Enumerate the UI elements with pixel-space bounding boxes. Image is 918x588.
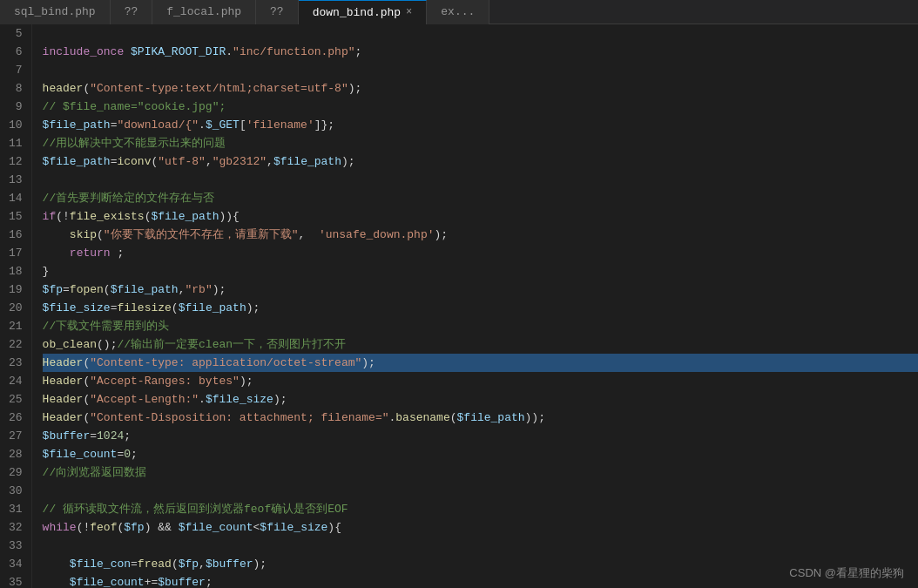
code-line-15: if(!file_exists($file_path)){ (43, 207, 918, 226)
code-line-31: // 循环读取文件流，然后返回到浏览器feof确认是否到EOF (43, 500, 918, 518)
line-num: 7 (9, 61, 23, 79)
code-line-16: skip("你要下载的文件不存在，请重新下载", 'unsafe_down.ph… (43, 226, 918, 244)
code-line-12: $file_path=iconv("utf-8","gb2312",$file_… (43, 152, 918, 171)
line-num: 22 (9, 335, 23, 354)
code-line-33 (43, 537, 918, 555)
tab-ex[interactable]: ex... (427, 0, 489, 24)
line-num: 11 (9, 134, 23, 152)
line-num: 9 (9, 98, 23, 116)
code-line-17: return ; (43, 244, 918, 262)
line-num: 15 (9, 207, 23, 226)
line-num: 29 (9, 463, 23, 482)
code-line-19: $fp=fopen($file_path,"rb"); (43, 280, 918, 299)
code-line-23: Header("Content-type: application/octet-… (43, 354, 918, 372)
tab-down-bind[interactable]: down_bind.php × (299, 0, 428, 24)
code-line-8: header("Content-type:text/html;charset=u… (43, 79, 918, 98)
tab-bar: sql_bind.php ?? f_local.php ?? down_bind… (0, 0, 918, 24)
code-line-22: ob_clean();//输出前一定要clean一下，否则图片打不开 (43, 335, 918, 354)
line-num: 35 (9, 573, 23, 588)
line-num: 26 (9, 409, 23, 427)
code-line-30 (43, 482, 918, 500)
code-line-29: //向浏览器返回数据 (43, 463, 918, 482)
code-line-25: Header("Accept-Length:".$file_size); (43, 390, 918, 409)
code-line-32: while(!feof($fp) && $file_count<$file_si… (43, 518, 918, 537)
code-area: 5 6 7 8 9 10 11 12 13 14 15 16 17 18 19 … (0, 24, 918, 588)
line-num: 12 (9, 152, 23, 171)
tab-sql-bind[interactable]: sql_bind.php (0, 0, 111, 24)
line-num: 25 (9, 390, 23, 409)
tab-unknown2[interactable]: ?? (256, 0, 299, 24)
code-line-5 (43, 24, 918, 43)
code-line-21: //下载文件需要用到的头 (43, 317, 918, 335)
line-num: 33 (9, 537, 23, 555)
code-line-35: $file_count+=$buffer; (43, 573, 918, 588)
line-numbers: 5 6 7 8 9 10 11 12 13 14 15 16 17 18 19 … (0, 24, 32, 588)
tab-unknown1[interactable]: ?? (111, 0, 153, 24)
line-num: 21 (9, 317, 23, 335)
line-num: 31 (9, 500, 23, 518)
code-line-11: //用以解决中文不能显示出来的问题 (43, 134, 918, 152)
tab-label: ex... (441, 5, 475, 18)
line-num: 10 (9, 116, 23, 134)
code-line-18: } (43, 262, 918, 280)
line-num: 20 (9, 299, 23, 317)
tab-label: f_local.php (166, 5, 241, 18)
code-line-7 (43, 61, 918, 79)
editor: sql_bind.php ?? f_local.php ?? down_bind… (0, 0, 918, 588)
tab-close-icon[interactable]: × (406, 6, 412, 18)
code-line-6: include_once $PIKA_ROOT_DIR."inc/functio… (43, 43, 918, 61)
line-num: 13 (9, 171, 23, 189)
line-num: 34 (9, 555, 23, 573)
line-num: 28 (9, 445, 23, 463)
code-line-26: Header("Content-Disposition: attachment;… (43, 409, 918, 427)
code-line-10: $file_path="download/{".$_GET['filename'… (43, 116, 918, 134)
code-line-28: $file_count=0; (43, 445, 918, 463)
tab-label: sql_bind.php (14, 5, 96, 18)
line-num: 17 (9, 244, 23, 262)
line-num: 19 (9, 280, 23, 299)
tab-label: ?? (125, 5, 138, 18)
code-line-14: //首先要判断给定的文件存在与否 (43, 189, 918, 207)
code-line-13 (43, 171, 918, 189)
code-line-24: Header("Accept-Ranges: bytes"); (43, 372, 918, 390)
line-num: 30 (9, 482, 23, 500)
line-num: 14 (9, 189, 23, 207)
tab-f-local[interactable]: f_local.php (152, 0, 256, 24)
code-line-34: $file_con=fread($fp,$buffer); (43, 555, 918, 573)
watermark: CSDN @看星狸的柴狗 (789, 565, 904, 581)
line-num: 27 (9, 427, 23, 445)
line-num: 24 (9, 372, 23, 390)
code-line-20: $file_size=filesize($file_path); (43, 299, 918, 317)
tab-label: down_bind.php (313, 6, 401, 19)
code-line-27: $buffer=1024; (43, 427, 918, 445)
line-num: 32 (9, 518, 23, 537)
line-num: 18 (9, 262, 23, 280)
line-num: 5 (9, 24, 23, 43)
tab-label: ?? (270, 5, 284, 18)
code-lines: include_once $PIKA_ROOT_DIR."inc/functio… (32, 24, 918, 588)
line-num: 8 (9, 79, 23, 98)
code-line-9: // $file_name="cookie.jpg"; (43, 98, 918, 116)
line-num: 23 (9, 354, 23, 372)
line-num: 6 (9, 43, 23, 61)
line-num: 16 (9, 226, 23, 244)
